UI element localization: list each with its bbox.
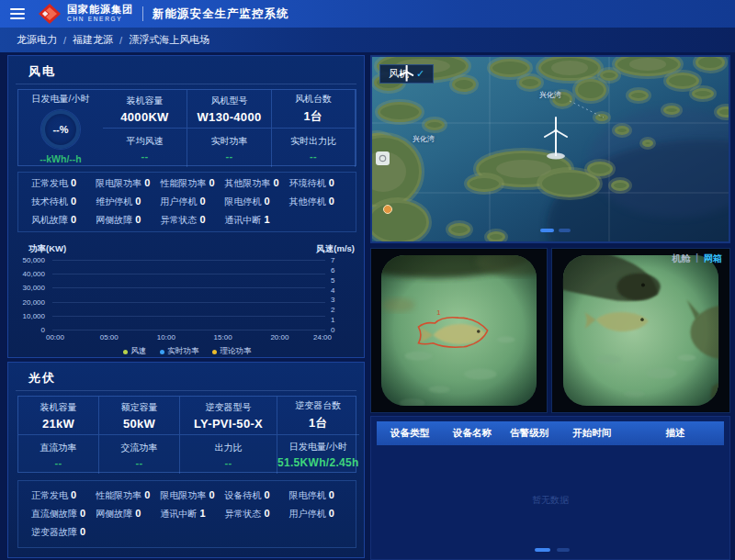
stat-label: 交流功率 xyxy=(121,442,158,454)
status-item: 网侧故障0 xyxy=(96,508,160,521)
stat-turbine-count: 风机台数 1台 xyxy=(272,90,356,129)
stat-installed-capacity: 装机容量 4000KW xyxy=(103,90,187,129)
app-title: 新能源安全生产监控系统 xyxy=(153,6,289,22)
legend-item-theoretical-power[interactable]: 理论功率 xyxy=(212,346,252,357)
tick-label: 15:00 xyxy=(214,333,232,342)
tick-label: 3 xyxy=(331,296,334,304)
column-alarm-level: 告警级别 xyxy=(502,427,557,440)
tick-label: 05:00 xyxy=(100,333,119,342)
gauge-ring: --% xyxy=(41,110,80,149)
stat-inverter-model: 逆变器型号 LY-PVI-50-X xyxy=(180,397,277,435)
column-description: 描述 xyxy=(627,427,724,440)
tick-label: 1 xyxy=(331,316,334,324)
breadcrumb-item-company[interactable]: 龙源电力 xyxy=(17,33,57,47)
status-item: 技术待机0 xyxy=(31,196,96,208)
status-item: 用户停机0 xyxy=(289,508,354,521)
status-item: 环境待机0 xyxy=(289,177,354,190)
stat-output-ratio: 出力比 -- xyxy=(180,435,277,474)
stat-value: -- xyxy=(136,457,143,468)
wind-turbine-layer-button[interactable]: 风机 ✓ xyxy=(379,64,434,84)
stat-label: 装机容量 xyxy=(40,401,77,414)
tick-label: 6 xyxy=(331,265,334,274)
stat-label: 风机型号 xyxy=(211,95,248,107)
y-axis-title-right: 风速(m/s) xyxy=(316,243,355,255)
underwater-camera-feed-1[interactable]: 1 xyxy=(370,248,548,413)
turbine-icon xyxy=(380,65,433,83)
stat-label: 平均风速 xyxy=(127,135,164,148)
map-marker-icon[interactable] xyxy=(384,206,392,214)
underwater-camera-feed-2[interactable]: 机舱 | 网箱 xyxy=(551,248,730,413)
brand-name-cn: 国家能源集团 xyxy=(67,5,133,15)
pagination-dash-active[interactable] xyxy=(535,548,550,552)
pv-panel: 光伏 装机容量 21kW 额定容量 50kW 逆变器型号 LY-PVI-50-X… xyxy=(7,362,365,558)
satellite-map[interactable]: 风机 ✓ 兴化湾 兴化湾 xyxy=(370,55,730,243)
stat-value: 51.5KWh/2.45h xyxy=(277,456,359,469)
status-item: 限电限功率0 xyxy=(96,177,160,190)
status-item: 异常状态0 xyxy=(225,508,289,521)
column-device-type: 设备类型 xyxy=(377,427,443,440)
gridline xyxy=(52,316,325,317)
stat-output-ratio: 实时出力比 -- xyxy=(272,129,356,167)
status-item: 风机故障0 xyxy=(31,214,96,227)
stat-value: 50kW xyxy=(123,417,155,431)
stat-label: 装机容量 xyxy=(127,95,164,107)
tick-label: 20,000 xyxy=(23,297,45,306)
status-item: 维护停机0 xyxy=(96,196,160,208)
map-place-label: 兴化湾 xyxy=(413,134,435,144)
plot-area xyxy=(52,260,325,330)
stat-inverter-count: 逆变器台数 1台 xyxy=(277,397,359,435)
stat-value: 1台 xyxy=(309,415,328,431)
stat-realtime-power: 实时功率 -- xyxy=(187,129,272,167)
camera-source-tabs: 机舱 | 网箱 xyxy=(672,252,722,265)
stat-label: 实时功率 xyxy=(211,135,248,148)
map-place-label: 兴化湾 xyxy=(539,90,561,100)
legend-item-windspeed[interactable]: 风速 xyxy=(123,346,147,357)
stat-value: -- xyxy=(141,151,149,162)
stat-value: -- xyxy=(225,457,232,468)
stat-label: 实时出力比 xyxy=(290,135,336,148)
tick-label: 40,000 xyxy=(23,270,45,278)
pv-panel-title: 光伏 xyxy=(28,370,56,386)
status-item: 限电停机0 xyxy=(225,196,289,208)
gauge-percent: --% xyxy=(52,124,68,135)
legend-dot-icon xyxy=(123,350,128,354)
status-item: 其他限功率0 xyxy=(225,177,289,190)
brand-name-en: CHN ENERGY xyxy=(67,17,133,23)
empty-state-text: 暂无数据 xyxy=(371,494,729,507)
stat-installed-capacity: 装机容量 21kW xyxy=(18,397,99,435)
topbar-divider xyxy=(142,6,143,21)
pagination-dash[interactable] xyxy=(557,548,570,552)
daily-energy-gauge: 日发电量/小时 --% --kWh/--h xyxy=(18,90,103,167)
gridline xyxy=(52,330,325,330)
tick-label: 20:00 xyxy=(270,333,288,342)
wind-panel-title: 风电 xyxy=(28,63,56,80)
status-item: 性能限功率0 xyxy=(160,177,224,190)
wind-stats-box: 装机容量 4000KW 风机型号 W130-4000 风机台数 1台 日发电量/… xyxy=(17,89,356,166)
alarm-table-header: 设备类型 设备名称 告警级别 开始时间 描述 xyxy=(377,421,724,445)
y-axis-ticks-left: 50,000 40,000 30,000 20,000 10,000 0 xyxy=(19,260,49,330)
stat-label: 逆变器型号 xyxy=(206,401,252,414)
legend-item-realtime-power[interactable]: 实时功率 xyxy=(160,346,199,357)
y-axis-ticks-right: 7 6 5 4 3 2 1 0 xyxy=(327,260,355,330)
stat-value: 1台 xyxy=(304,108,323,125)
menu-icon[interactable] xyxy=(10,6,25,22)
map-control-icon[interactable] xyxy=(376,151,390,165)
breadcrumb-separator: / xyxy=(119,35,122,46)
legend-dot-icon xyxy=(160,350,164,354)
tick-label: 10,000 xyxy=(23,311,45,319)
breadcrumb-separator: / xyxy=(63,35,66,46)
column-start-time: 开始时间 xyxy=(558,427,628,440)
map-pagination-dash[interactable] xyxy=(559,229,571,232)
status-item: 网侧故障0 xyxy=(96,214,160,227)
status-item: 限电限功率0 xyxy=(160,489,224,502)
breadcrumb-item-region[interactable]: 福建龙源 xyxy=(73,33,113,47)
tick-label: 2 xyxy=(331,306,334,314)
breadcrumb-item-farm[interactable]: 漂浮式海上风电场 xyxy=(129,33,209,47)
map-image xyxy=(372,57,729,241)
tab-nacelle[interactable]: 机舱 xyxy=(672,252,690,265)
tab-net-cage[interactable]: 网箱 xyxy=(704,252,722,265)
pv-stats-box: 装机容量 21kW 额定容量 50kW 逆变器型号 LY-PVI-50-X 逆变… xyxy=(17,396,356,473)
tick-label: 5 xyxy=(331,275,334,284)
map-pagination-dash-active[interactable] xyxy=(540,229,554,232)
top-bar: 国家能源集团 CHN ENERGY 新能源安全生产监控系统 xyxy=(0,0,735,28)
